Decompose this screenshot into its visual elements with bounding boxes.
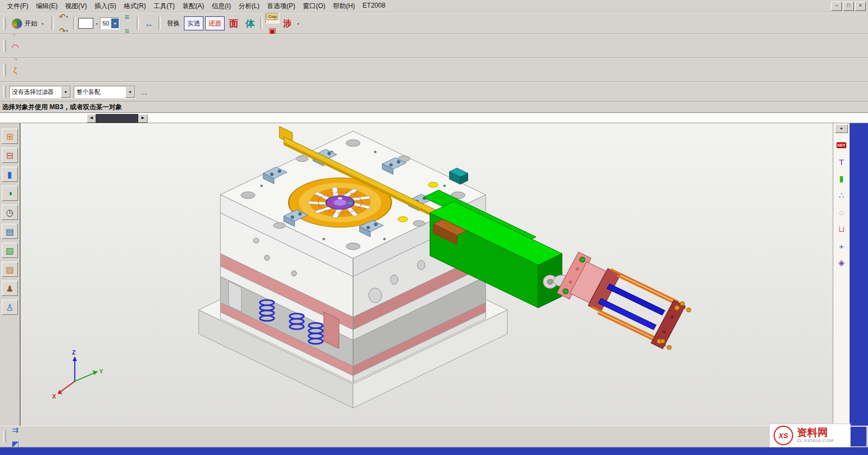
toolbar-grip[interactable] [3, 40, 6, 52]
cross-palette-icon-glyph: + [839, 242, 844, 251]
start-button[interactable]: 开始 ▾ [8, 15, 49, 32]
vent-hole[interactable] [428, 182, 438, 188]
beaker-palette-icon[interactable]: ⊔ [835, 223, 848, 235]
minimize-button[interactable]: – [831, 2, 842, 11]
spheres-palette-icon[interactable]: ∴ [835, 189, 848, 201]
menu-format[interactable]: 格式(R) [120, 1, 150, 12]
menu-tools[interactable]: 工具(T) [150, 1, 178, 12]
capsule-palette-icon[interactable]: ▮ [835, 173, 848, 185]
toolbar-grip[interactable] [3, 86, 6, 98]
circle-palette-icon[interactable]: ◌ [835, 206, 848, 218]
scroll-right-button[interactable]: ▶ [138, 114, 148, 123]
menu-window[interactable]: 窗口(O) [299, 1, 329, 12]
dropdown-arrow[interactable]: ▾ [96, 22, 98, 26]
key-palette-icon-glyph: KEY [837, 142, 846, 148]
viewport-canvas[interactable]: Z Y X [21, 123, 833, 426]
pan-view-icon[interactable]: ↔ [137, 85, 151, 99]
color-swatch[interactable] [78, 18, 93, 29]
menu-help[interactable]: 帮助(H) [329, 1, 359, 12]
selection-scope-dropdown[interactable]: 整个装配 ▼ [74, 86, 136, 98]
dropdown-arrow[interactable]: ▼ [125, 86, 135, 98]
part-navigator-icon[interactable]: ▮ [2, 167, 18, 182]
toolbar-grip[interactable] [3, 64, 6, 76]
paste-object-icon[interactable]: Cop [265, 12, 279, 23]
hydraulic-cylinder[interactable] [553, 252, 691, 350]
point-icon[interactable]: +▾ [8, 54, 22, 58]
menu-analysis[interactable]: 分析(L) [235, 1, 264, 12]
menu-insert[interactable]: 插入(S) [91, 1, 120, 12]
web-browser-icon[interactable]: ▨ [2, 262, 18, 277]
sequence-icon[interactable]: ⇉ [8, 426, 22, 437]
desktop-edge [850, 123, 868, 426]
cross-palette-icon[interactable]: + [835, 240, 848, 252]
menu-file[interactable]: 文件(F) [3, 1, 32, 12]
dropdown-arrow[interactable]: ▾ [66, 29, 68, 33]
undo-icon[interactable]: ↶▾ [56, 12, 71, 23]
toolbar-grip[interactable] [3, 17, 6, 29]
close-button[interactable]: × [855, 2, 866, 11]
constraint-navigator-icon[interactable]: ⊟ [2, 148, 18, 163]
red-solid-icon[interactable]: ▣ [265, 23, 279, 34]
graphics-viewport[interactable]: Z Y X [20, 123, 833, 426]
dropdown-arrow[interactable]: ▾ [17, 34, 19, 35]
vent-hole[interactable] [398, 217, 408, 222]
template-palette-icon[interactable]: T [835, 156, 848, 168]
scroll-up-button[interactable]: ▲ [835, 124, 848, 133]
menu-view[interactable]: 视图(V) [61, 1, 91, 12]
standard-toolbar: 开始 ▾ ↶▾↷▾ ▾ 50 ▼ ≡≡ +∠↔▱◔▾ 替换 实透 还原 面 体 … [0, 12, 868, 34]
part-navigator-icon-glyph: ▮ [8, 169, 12, 180]
layer-settings-icon[interactable]: ≡ [120, 12, 134, 23]
restore-button[interactable]: 还原 [205, 16, 225, 30]
user-palette-icon[interactable]: ♙ [2, 300, 18, 315]
axis-z-label: Z [72, 350, 76, 356]
spinner-dropdown-arrow[interactable]: ▼ [111, 18, 119, 28]
dropdown-arrow[interactable]: ▾ [42, 22, 43, 26]
layer-visible-icon[interactable]: ≡ [120, 23, 134, 34]
history-palette-icon[interactable]: ◷ [2, 205, 18, 220]
zoom-spinner[interactable]: 50 ▼ [100, 17, 119, 29]
scrollbar-thumb[interactable] [96, 114, 138, 123]
reuse-library-icon[interactable]: ◑ [2, 186, 18, 201]
dropdown-arrow[interactable]: ▾ [66, 15, 68, 18]
menu-et2008[interactable]: ET2008 [359, 1, 389, 12]
selection-filter-dropdown[interactable]: 没有选择过滤器 ▼ [9, 86, 71, 98]
swap-position-icon-glyph: ◩ [11, 440, 19, 448]
shade-translucent-button[interactable]: 实透 [184, 16, 203, 30]
scroll-left-button[interactable]: ◀ [87, 114, 96, 123]
ruler-icon[interactable]: ▱ [142, 30, 156, 34]
diamond-palette-icon[interactable]: ◈ [835, 257, 848, 269]
body-select-button[interactable]: 体 [242, 17, 257, 30]
distance-measure-icon[interactable]: ↔ [142, 16, 156, 30]
circle-icon[interactable]: ○▾ [8, 34, 22, 40]
arc-icon[interactable]: ◠ [8, 40, 22, 54]
redo-icon[interactable]: ↷▾ [56, 23, 71, 34]
history-palette-icon-glyph: ◷ [6, 207, 14, 218]
assemblies-toolbar: ◧◰▣▢◫◉▒⊞⊞↑↗▬→◭⇉◩◼▫▦◆↗◱▥◫○◈◍◎∞↓▾ [0, 426, 868, 447]
combined-projection-icon[interactable]: ζ [8, 77, 22, 82]
interference-check-button[interactable]: 涉 [280, 17, 294, 30]
process-palette-icon[interactable]: ▧ [2, 243, 18, 258]
menu-assemblies[interactable]: 装配(A) [178, 1, 208, 12]
replace-button[interactable]: 替换 [164, 17, 182, 30]
nx-logo-icon [12, 18, 22, 29]
offset-curve-icon[interactable]: ζ [8, 58, 22, 63]
toolbar-grip[interactable] [3, 431, 6, 443]
project-curve-icon[interactable]: ζ [8, 63, 22, 77]
face-select-button[interactable]: 面 [226, 17, 241, 30]
menu-edit[interactable]: 编辑(E) [32, 1, 61, 12]
menu-information[interactable]: 信息(I) [208, 1, 234, 12]
assembly-navigator-icon[interactable]: ⊞ [2, 129, 18, 144]
prompt-bar: 选择对象并使用 MB3，或者双击某一对象 [0, 102, 868, 113]
menu-preferences[interactable]: 首选项(P) [263, 1, 299, 12]
view-axis-triad: Z Y X [52, 350, 103, 400]
materials-palette-icon[interactable]: ▤ [2, 224, 18, 239]
dropdown-arrow[interactable]: ▼ [61, 86, 71, 98]
maximize-button[interactable]: □ [843, 2, 854, 11]
swap-position-icon[interactable]: ◩ [8, 437, 22, 447]
roles-palette-icon[interactable]: ♟ [2, 281, 18, 296]
dropdown-arrow[interactable]: ▾ [297, 22, 299, 26]
key-palette-icon[interactable]: KEY [835, 139, 848, 151]
horizontal-scrollbar[interactable]: ◀ ▶ [87, 114, 148, 122]
angle-snap-icon[interactable]: ∠ [142, 12, 156, 16]
layer-settings-icon-glyph: ≡ [125, 12, 130, 21]
